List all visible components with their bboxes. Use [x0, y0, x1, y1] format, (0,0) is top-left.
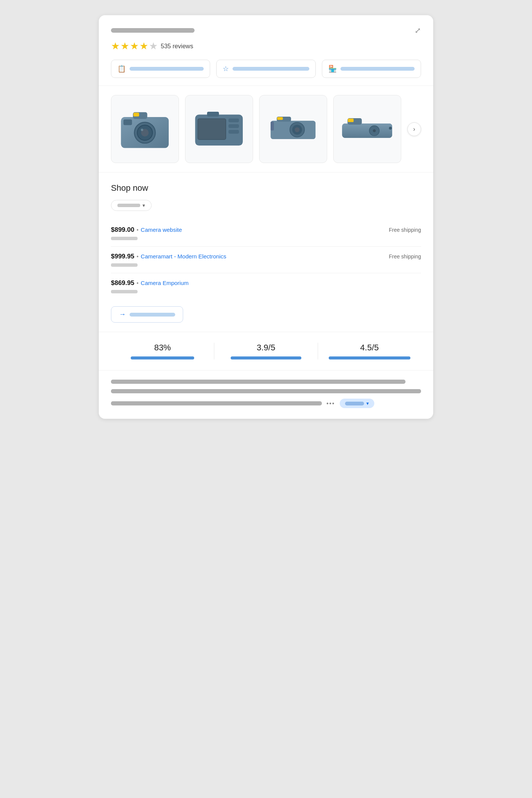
shop-item-3-row: $869.95 • Camera Emporium [111, 279, 421, 287]
footer-line-3 [111, 401, 322, 405]
images-section: › [99, 86, 433, 173]
store-label [340, 67, 415, 71]
footer-line-2 [111, 389, 421, 393]
image-thumb-3[interactable] [259, 95, 327, 163]
svg-rect-11 [198, 119, 226, 139]
shop-item-1-left: $899.00 • Camera website [111, 226, 182, 234]
shop-item-1: $899.00 • Camera website Free shipping [111, 220, 421, 247]
see-all-arrow-icon: → [119, 310, 126, 318]
svg-rect-8 [124, 119, 132, 125]
action-button-store[interactable]: 🏪 [322, 60, 421, 78]
image-thumb-1[interactable] [111, 95, 179, 163]
title-bar: ⤢ [111, 26, 421, 35]
product-title-placeholder [111, 28, 195, 33]
camera-flat-svg [339, 100, 396, 157]
image-thumb-2[interactable] [185, 95, 253, 163]
svg-rect-24 [342, 124, 393, 138]
star-rating: ★ ★ ★ ★ ★ [111, 40, 158, 52]
product-card: ⤢ ★ ★ ★ ★ ★ 535 reviews 📋 ☆ 🏪 [99, 15, 433, 419]
next-arrow-button[interactable]: › [407, 122, 421, 136]
price-3: $869.95 [111, 279, 134, 287]
svg-rect-21 [277, 117, 283, 120]
shop-item-1-row: $899.00 • Camera website Free shipping [111, 226, 421, 234]
footer-last-row: ••• ▾ [111, 399, 421, 408]
share-icon[interactable]: ⤢ [415, 26, 421, 35]
images-grid: › [111, 95, 421, 163]
shop-title: Shop now [111, 183, 421, 193]
action-button-details[interactable]: 📋 [111, 60, 210, 78]
svg-point-29 [389, 127, 392, 130]
item-sub-1 [111, 237, 138, 240]
details-label [130, 67, 204, 71]
stat-item-2: 3.9/5 [214, 343, 318, 359]
svg-rect-12 [229, 119, 239, 122]
svg-point-19 [295, 127, 300, 132]
image-thumb-4[interactable] [333, 95, 401, 163]
stat-bar-3 [329, 356, 410, 359]
dots-icon: ••• [326, 400, 335, 407]
footer-line-1 [111, 380, 405, 384]
shop-item-2-row: $999.95 • Cameramart - Modern Electronic… [111, 253, 421, 260]
see-all-label [130, 313, 175, 317]
expand-label [345, 402, 364, 405]
filter-label [117, 204, 140, 207]
camera-front-svg [116, 100, 173, 157]
bullet-1: • [136, 227, 138, 233]
shop-item-3: $869.95 • Camera Emporium [111, 273, 421, 299]
action-buttons-row: 📋 ☆ 🏪 [111, 60, 421, 78]
svg-point-7 [141, 129, 143, 131]
stat-item-1: 83% [111, 343, 214, 359]
store-name-1[interactable]: Camera website [141, 226, 182, 233]
price-2: $999.95 [111, 253, 134, 260]
store-name-2[interactable]: Cameramart - Modern Electronics [141, 253, 226, 260]
svg-rect-13 [229, 124, 239, 128]
filter-chevron-icon: ▾ [142, 203, 145, 208]
review-count: 535 reviews [161, 43, 193, 50]
shop-item-2: $999.95 • Cameramart - Modern Electronic… [111, 247, 421, 273]
stat-item-3: 4.5/5 [318, 343, 421, 359]
svg-rect-22 [271, 122, 274, 131]
star-4: ★ [139, 40, 148, 52]
svg-rect-15 [207, 112, 219, 117]
shipping-2: Free shipping [389, 253, 421, 260]
details-icon: 📋 [117, 65, 126, 73]
see-all-button[interactable]: → [111, 306, 183, 323]
bullet-3: • [136, 280, 138, 286]
bullet-2: • [136, 253, 138, 260]
star-1: ★ [111, 40, 120, 52]
item-sub-3 [111, 290, 138, 293]
svg-rect-14 [229, 130, 239, 134]
svg-rect-3 [133, 113, 139, 117]
star-5-empty: ★ [149, 40, 158, 52]
shop-item-3-left: $869.95 • Camera Emporium [111, 279, 188, 287]
star-2: ★ [120, 40, 129, 52]
shop-section: Shop now ▾ $899.00 • Camera website Free… [99, 173, 433, 332]
action-button-save[interactable]: ☆ [216, 60, 315, 78]
stats-section: 83% 3.9/5 4.5/5 [99, 332, 433, 370]
camera-back-svg [190, 100, 247, 157]
store-name-3[interactable]: Camera Emporium [141, 280, 188, 286]
store-icon: 🏪 [328, 65, 337, 73]
item-sub-2 [111, 263, 138, 267]
expand-chevron-icon: ▾ [366, 401, 369, 406]
expand-button[interactable]: ▾ [340, 399, 374, 408]
stat-value-3: 4.5/5 [360, 343, 379, 353]
footer-section: ••• ▾ [99, 370, 433, 419]
stat-bar-1 [131, 356, 195, 359]
svg-rect-28 [348, 119, 354, 122]
stat-value-1: 83% [154, 343, 171, 353]
shop-item-2-left: $999.95 • Cameramart - Modern Electronic… [111, 253, 226, 260]
star-3: ★ [130, 40, 139, 52]
header-section: ⤢ ★ ★ ★ ★ ★ 535 reviews 📋 ☆ 🏪 [99, 15, 433, 86]
stat-bar-2 [231, 356, 302, 359]
stat-value-2: 3.9/5 [257, 343, 276, 353]
filter-button[interactable]: ▾ [111, 200, 152, 211]
camera-side-svg [264, 100, 321, 157]
shipping-1: Free shipping [389, 227, 421, 233]
price-1: $899.00 [111, 226, 134, 234]
save-icon: ☆ [223, 65, 229, 73]
svg-point-26 [373, 129, 376, 132]
save-label [233, 67, 309, 71]
rating-row: ★ ★ ★ ★ ★ 535 reviews [111, 40, 421, 52]
